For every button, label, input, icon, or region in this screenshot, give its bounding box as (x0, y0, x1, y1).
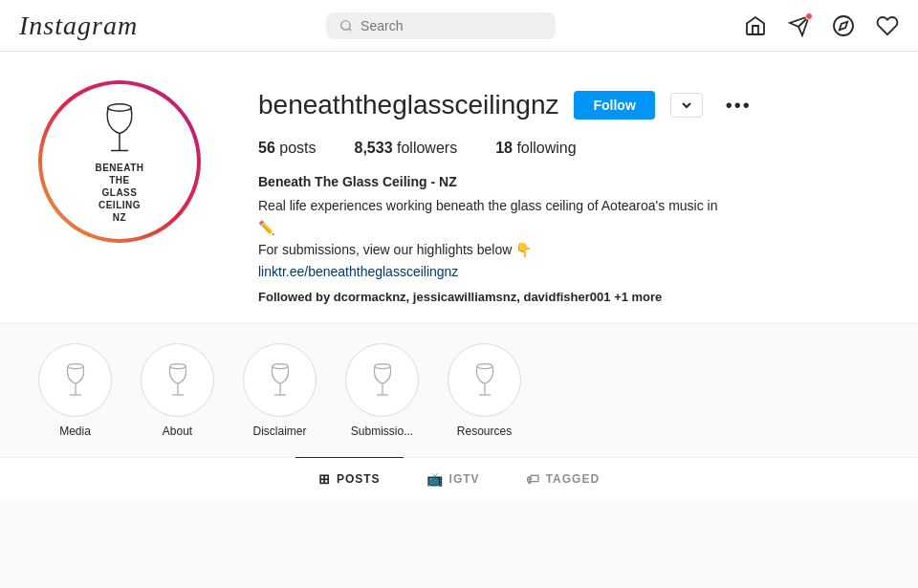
search-icon (339, 19, 353, 33)
highlight-item[interactable]: Disclaimer (243, 343, 317, 438)
profile-container: BENEATHTHEGLASSCEILINGNZ beneaththeglass… (0, 52, 918, 323)
svg-point-9 (68, 363, 83, 368)
svg-line-1 (349, 28, 352, 31)
tab-label: TAGGED (546, 472, 600, 486)
highlight-glass-icon (363, 361, 402, 400)
profile-header: BENEATHTHEGLASSCEILINGNZ beneaththeglass… (38, 80, 880, 304)
compass-icon (832, 14, 855, 37)
profile-username: beneaththeglassceilingnz (258, 90, 558, 120)
svg-point-12 (170, 363, 186, 368)
svg-point-0 (341, 20, 350, 29)
svg-point-4 (834, 16, 853, 35)
username-action-row: beneaththeglassceilingnz Follow ••• (258, 90, 880, 120)
avatar: BENEATHTHEGLASSCEILINGNZ (42, 84, 197, 239)
follow-dropdown-button[interactable] (670, 93, 703, 118)
activity-nav-button[interactable] (876, 14, 899, 37)
tab-posts[interactable]: ⊞ POSTS (295, 457, 404, 500)
posts-count: 56 (258, 140, 275, 156)
highlight-circle (345, 343, 419, 417)
highlight-label: Disclaimer (252, 425, 306, 438)
highlights-section: Media About Disclaimer (0, 323, 918, 457)
highlight-item[interactable]: Media (38, 343, 112, 438)
profile-display-name: Beneath The Glass Ceiling - NZ (258, 172, 880, 192)
followed-by-users: dcormacknz, jessicawilliamsnz, davidfish… (334, 290, 614, 304)
svg-point-21 (477, 363, 492, 368)
profile-bio: Beneath The Glass Ceiling - NZ Real life… (258, 172, 880, 282)
profile-stats: 56 posts 8,533 followers 18 following (258, 140, 880, 157)
chevron-down-icon (681, 99, 692, 111)
highlight-item[interactable]: Submissio... (345, 343, 419, 438)
follow-button[interactable]: Follow (574, 91, 654, 120)
instagram-logo: Instagram (19, 11, 138, 41)
highlight-label: Resources (457, 425, 512, 438)
following-label: following (516, 140, 576, 156)
followers-count: 8,533 (355, 140, 393, 156)
notification-dot (805, 12, 813, 20)
heart-icon (876, 14, 899, 37)
wine-glass-icon (91, 100, 148, 158)
posts-stat: 56 posts (258, 140, 317, 157)
tab-tagged[interactable]: 🏷 TAGGED (503, 457, 623, 500)
tab-label: POSTS (337, 472, 381, 486)
highlight-circle (448, 343, 521, 417)
more-options-button[interactable]: ••• (718, 91, 759, 120)
avatar-text: BENEATHTHEGLASSCEILINGNZ (95, 162, 143, 224)
highlight-label: Submissio... (351, 425, 413, 438)
avatar-image: BENEATHTHEGLASSCEILINGNZ (53, 95, 186, 229)
posts-label: posts (279, 140, 316, 156)
tab-label: IGTV (449, 472, 480, 486)
followers-stat[interactable]: 8,533 followers (355, 140, 458, 157)
avatar-gradient-ring: BENEATHTHEGLASSCEILINGNZ (38, 80, 201, 243)
highlight-circle (141, 343, 214, 417)
highlight-label: About (163, 425, 192, 438)
highlight-glass-icon (261, 361, 299, 400)
top-navigation: Instagram (0, 0, 918, 52)
highlight-label: Media (59, 425, 91, 438)
svg-marker-5 (840, 21, 847, 29)
highlight-circle (38, 343, 112, 417)
search-bar[interactable] (326, 12, 556, 39)
highlights-row: Media About Disclaimer (38, 343, 880, 438)
send-nav-button[interactable] (788, 14, 811, 37)
profile-info: beneaththeglassceilingnz Follow ••• 56 p… (258, 80, 880, 304)
home-nav-button[interactable] (744, 14, 767, 37)
following-stat[interactable]: 18 following (495, 140, 577, 157)
highlight-circle (243, 343, 317, 417)
home-icon (744, 14, 767, 37)
following-count: 18 (495, 140, 513, 156)
bio-line-1: Real life experiences working beneath th… (258, 196, 880, 216)
tab-igtv[interactable]: 📺 IGTV (404, 457, 503, 500)
highlight-glass-icon (159, 361, 197, 400)
followed-by-label: Followed by (258, 290, 330, 304)
highlight-item[interactable]: About (141, 343, 214, 438)
highlight-item[interactable]: Resources (448, 343, 521, 438)
nav-icon-group (744, 14, 899, 37)
followed-by-section: Followed by dcormacknz, jessicawilliamsn… (258, 290, 880, 304)
tab-icon-igtv: 📺 (426, 471, 444, 487)
profile-tabs: ⊞ POSTS 📺 IGTV 🏷 TAGGED (0, 457, 918, 500)
followed-by-more: +1 more (614, 290, 662, 304)
followers-label: followers (397, 140, 457, 156)
bio-line-2: For submissions, view our highlights bel… (258, 240, 880, 260)
svg-point-6 (108, 103, 131, 111)
explore-nav-button[interactable] (832, 14, 855, 37)
svg-point-18 (375, 363, 390, 368)
tab-icon-tagged: 🏷 (526, 471, 540, 487)
svg-point-15 (273, 363, 288, 368)
bio-link[interactable]: linktr.ee/beneaththeglassceilingnz (258, 264, 458, 279)
bio-emoji-1: ✏️ (258, 218, 880, 238)
search-input[interactable] (361, 18, 542, 33)
tab-icon-posts: ⊞ (318, 471, 331, 487)
highlight-glass-icon (56, 361, 95, 400)
highlight-glass-icon (466, 361, 504, 400)
